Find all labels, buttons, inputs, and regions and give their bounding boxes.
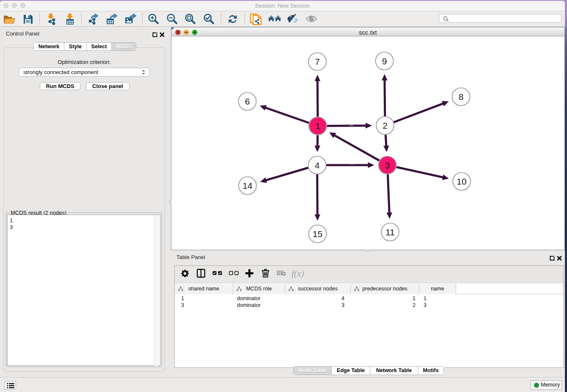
svg-text:10: 10: [457, 177, 466, 186]
svg-text:7: 7: [315, 57, 320, 66]
svg-text:14: 14: [242, 181, 253, 190]
svg-text:8: 8: [459, 92, 464, 102]
svg-text:1: 1: [315, 121, 320, 131]
svg-text:3: 3: [385, 160, 390, 170]
svg-text:6: 6: [245, 97, 250, 106]
svg-text:2: 2: [383, 121, 388, 130]
svg-text:9: 9: [382, 56, 387, 66]
svg-text:15: 15: [313, 229, 322, 239]
svg-text:11: 11: [385, 227, 395, 237]
svg-text:4: 4: [315, 160, 320, 170]
